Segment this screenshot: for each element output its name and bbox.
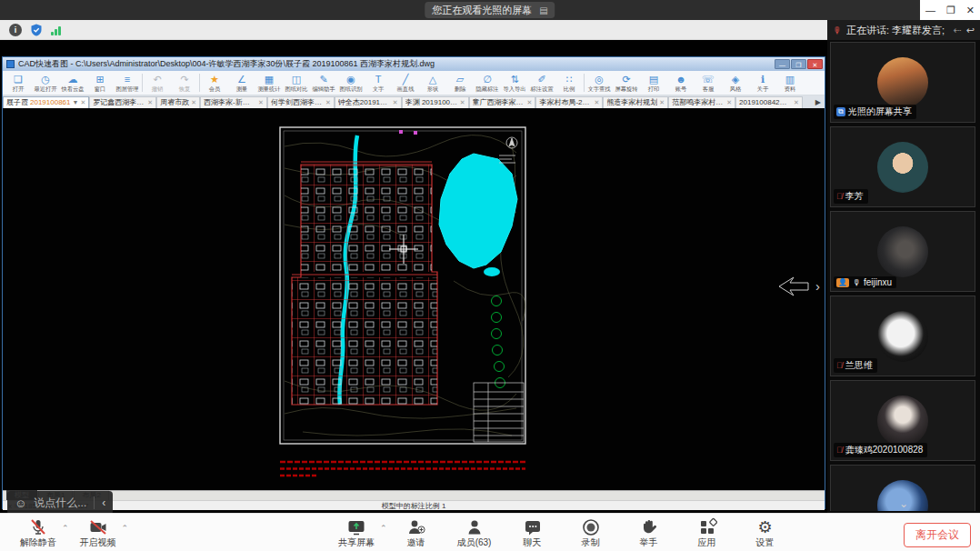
- drawing-tab-11[interactable]: 范鄯鸣李家村规划 ✕: [668, 96, 735, 108]
- cad-toolbar-button-24[interactable]: ▤ 打印: [640, 74, 667, 93]
- cad-toolbar-button-1[interactable]: ❏ 打开: [5, 74, 32, 93]
- control-chat[interactable]: 聊天: [504, 517, 562, 547]
- security-shield-icon[interactable]: [30, 24, 43, 36]
- meeting-info-icon[interactable]: i: [9, 24, 22, 36]
- control-chevron-icon[interactable]: ⌃: [122, 524, 129, 533]
- meeting-info-strip: i: [0, 20, 827, 40]
- chat-collapse-icon[interactable]: ‹: [102, 496, 105, 509]
- meeting-control-label: 聊天: [504, 537, 562, 547]
- tab-scroll-right-icon[interactable]: ▶: [812, 96, 825, 108]
- cad-toolbar-button-16[interactable]: △ 形状: [419, 74, 446, 93]
- cad-toolbar-button-28[interactable]: ℹ 关于: [749, 74, 776, 93]
- cad-toolbar-button-14[interactable]: T 文字: [365, 74, 392, 93]
- drawing-tab-9[interactable]: 李家村布局-20191008… ✕: [535, 96, 603, 108]
- cad-statusbar: x = 418540 y = 315513.7 模型中的标注比例 1: [3, 500, 825, 510]
- chat-input-placeholder[interactable]: 说点什么...: [34, 496, 86, 511]
- sidebar-collapse-arrow[interactable]: ›: [815, 278, 820, 294]
- tab-close-icon[interactable]: ✕: [659, 97, 665, 108]
- cad-toolbar-button-13[interactable]: ◉ 图纸识别: [337, 74, 365, 93]
- cad-toolbar-button-29[interactable]: ▥ 资料: [776, 74, 804, 93]
- minimize-button[interactable]: —: [925, 5, 935, 15]
- control-record[interactable]: 录制: [562, 517, 620, 547]
- control-invite[interactable]: 邀请: [387, 517, 445, 547]
- banner-arrow-right-icon[interactable]: ↩: [966, 25, 975, 36]
- drawing-tab-4[interactable]: 西湖李家-新村布局方… ✕: [200, 96, 267, 108]
- cad-toolbar-button-9[interactable]: ∠ 测量: [228, 74, 255, 93]
- cad-toolbar-button-23[interactable]: ⟳ 屏幕旋转: [613, 74, 640, 93]
- cad-toolbar-button-5[interactable]: ≡ 图层管理: [114, 74, 141, 93]
- cad-toolbar-button-3[interactable]: ☁ 快看云盘: [59, 74, 86, 93]
- tab-close-icon[interactable]: ✕: [258, 97, 264, 108]
- cad-drawing-canvas[interactable]: ›: [3, 108, 825, 490]
- cad-toolbar-button-21[interactable]: ∷ 比例: [555, 74, 583, 93]
- cad-toolbar-button-17[interactable]: ▱ 删除: [446, 74, 474, 93]
- control-members[interactable]: 成员(63): [445, 517, 504, 547]
- participant-tile[interactable]: 👤 🎙̸ 龚臻鸡2020100828: [830, 380, 975, 461]
- cad-toolbar-button-20[interactable]: ✐ 标注设置: [528, 74, 555, 93]
- cad-titlebar[interactable]: CAD快速看图 - C:\Users\Administrator\Desktop…: [3, 57, 825, 71]
- cad-toolbar-button-4[interactable]: ⊞ 窗口: [86, 74, 114, 93]
- participant-name-chip: 👤 ⧉ 光照的屏幕共享: [834, 105, 916, 119]
- cad-toolbar-button-6[interactable]: ↶ 撤销: [144, 74, 171, 93]
- cad-toolbar-button-26[interactable]: ☏ 客服: [695, 74, 722, 93]
- cad-toolbar-button-12[interactable]: ✎ 编辑助手: [310, 74, 337, 93]
- tab-close-icon[interactable]: ✕: [191, 97, 196, 108]
- control-chevron-icon[interactable]: ⌃: [380, 524, 387, 533]
- close-button[interactable]: ✕: [966, 5, 975, 16]
- control-apps[interactable]: 应用: [678, 517, 736, 547]
- cad-toolbar-button-7[interactable]: ↷ 恢复: [171, 74, 198, 93]
- control-hand[interactable]: 举手: [620, 517, 678, 547]
- leave-meeting-button[interactable]: 离开会议: [904, 523, 971, 547]
- control-chevron-icon[interactable]: ⌃: [62, 524, 69, 533]
- tab-close-icon[interactable]: ✕: [460, 97, 465, 108]
- tab-close-icon[interactable]: ✕: [147, 97, 153, 108]
- participant-tile[interactable]: 👤 🎙̸ 兰思维: [830, 296, 975, 376]
- cad-toolbar-button-11[interactable]: ◫ 图纸对比: [283, 74, 310, 93]
- cad-toolbar-button-10[interactable]: ▦ 测量统计: [255, 74, 283, 93]
- banner-menu-icon[interactable]: ▤: [539, 3, 547, 19]
- tab-close-icon[interactable]: ✕: [80, 97, 85, 108]
- toolbar-button-icon: ╱: [392, 74, 419, 85]
- drawing-tab-8[interactable]: 童广西湖李家-新村布… ✕: [469, 96, 536, 108]
- annotation-scale-note: 模型中的标注比例 1: [275, 501, 552, 511]
- drawing-tab-12[interactable]: 2019100842钟越 ✕: [735, 96, 803, 108]
- tab-close-icon[interactable]: ✕: [393, 97, 398, 108]
- tab-dropdown-icon[interactable]: ▼: [73, 97, 79, 108]
- control-camera-off[interactable]: 开启视频: [69, 517, 127, 547]
- cad-minimize-button[interactable]: —: [775, 59, 790, 69]
- emoji-icon[interactable]: ☺: [15, 496, 26, 510]
- cad-toolbar-button-18[interactable]: ∅ 隐藏标注: [474, 74, 501, 93]
- banner-arrow-left-icon[interactable]: ⇠: [954, 25, 962, 36]
- tab-close-icon[interactable]: ✕: [726, 97, 732, 108]
- cad-toolbar-button-8[interactable]: ★ 会员: [201, 74, 228, 93]
- maximize-button[interactable]: ❐: [946, 5, 955, 16]
- network-signal-icon[interactable]: [51, 25, 61, 35]
- drawing-tab-1[interactable]: 屐子霞 2019100861 ▼ ✕: [3, 96, 89, 108]
- participant-tile[interactable]: 👤 ⧉ 光照的屏幕共享: [830, 42, 975, 123]
- participant-tile[interactable]: 👤 🎙̸ 李芳: [830, 126, 975, 207]
- drawing-tab-7[interactable]: 李渊 2019100829 ✕: [402, 96, 469, 108]
- cad-toolbar-button-15[interactable]: ╱ 画直线: [392, 74, 419, 93]
- drawing-tab-3[interactable]: 周睿市政 ✕: [156, 96, 200, 108]
- drawing-tab-2[interactable]: 罗记鑫西湖李家-新村… ✕: [89, 96, 156, 108]
- participants-scroll-down-icon[interactable]: ⌄: [899, 498, 908, 509]
- cad-toolbar-button-2[interactable]: ◷ 最近打开: [32, 74, 59, 93]
- cad-toolbar-button-22[interactable]: ◎ 文字查找: [585, 74, 613, 93]
- chat-quick-input[interactable]: ☺ 说点什么... ‹: [7, 491, 113, 515]
- tab-close-icon[interactable]: ✕: [527, 97, 533, 108]
- cad-maximize-button[interactable]: ❐: [791, 59, 806, 69]
- control-screen-share[interactable]: 共享屏幕: [327, 517, 385, 547]
- participant-tile[interactable]: 👤 🎙 feijinxu: [830, 211, 975, 292]
- drawing-tab-5[interactable]: 何学剑西湖李家村布局 ✕: [267, 96, 335, 108]
- cad-close-button[interactable]: ✕: [807, 59, 823, 69]
- tab-close-icon[interactable]: ✕: [794, 97, 799, 108]
- drawing-tab-10[interactable]: 熊造李家村规划 ✕: [603, 96, 668, 108]
- control-settings[interactable]: ⚙ 设置: [736, 517, 795, 547]
- cad-toolbar-button-27[interactable]: ◈ 风格: [722, 74, 749, 93]
- drawing-tab-6[interactable]: 钟全杰2019100856 ✕: [335, 96, 402, 108]
- control-mic-off[interactable]: 解除静音: [9, 517, 67, 547]
- cad-toolbar-button-25[interactable]: ☻ 账号: [667, 74, 695, 93]
- tab-close-icon[interactable]: ✕: [594, 97, 599, 108]
- tab-close-icon[interactable]: ✕: [325, 97, 331, 108]
- cad-toolbar-button-19[interactable]: ⇅ 导入导出: [501, 74, 528, 93]
